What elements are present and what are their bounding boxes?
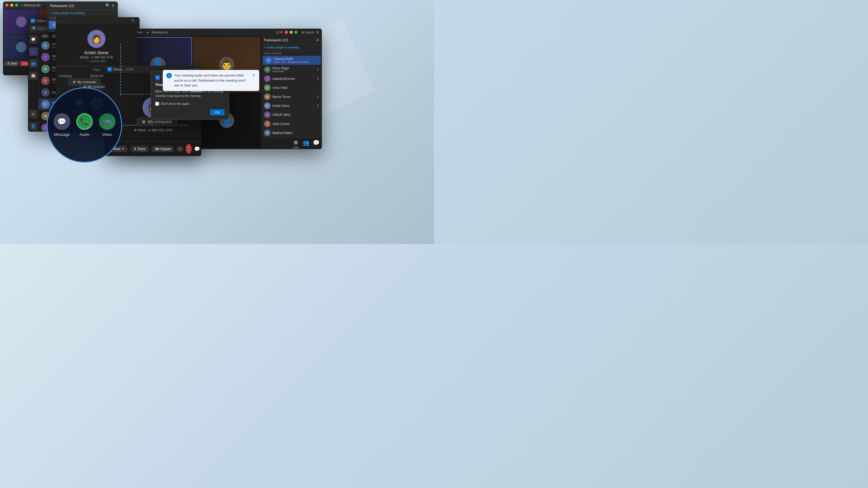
plus-icon-rp: + — [264, 46, 266, 49]
rp-avatar-great-wall: G — [264, 111, 271, 118]
circle-message-icon: 💬 — [54, 113, 70, 130]
time-active-call: 12:40 — [126, 68, 133, 71]
circle-audio-icon: 📞 — [76, 113, 93, 130]
circle-actions: 💬 Message 📞 Audio 📹 Video — [54, 113, 116, 137]
circle-message-btn[interactable]: 💬 Message — [54, 113, 70, 137]
toast-close-btn[interactable]: ✕ — [252, 73, 255, 78]
nav-avatar-icon[interactable]: 👤 — [29, 122, 38, 130]
rp-avatar-marise-r: M — [264, 93, 271, 100]
nav-contacts-icon[interactable]: 👥 — [29, 59, 38, 68]
rp-avatar-sofia-r: S — [264, 121, 271, 127]
maximize-btn-topleft[interactable] — [15, 4, 18, 7]
search-icon-call: 🔍 — [32, 27, 36, 30]
rp-invite-btn[interactable]: + Invite people to meeting — [261, 44, 322, 51]
right-participants-panel: Participants (12) ✕ + Invite people to m… — [261, 36, 322, 149]
close-icon-panel[interactable]: ✕ — [111, 3, 115, 8]
person-silhouette-1 — [16, 17, 27, 27]
nav-messages-icon[interactable]: 💬 — [29, 35, 38, 44]
dialog-ok-button[interactable]: OK — [210, 109, 224, 116]
dashed-line-v — [120, 44, 121, 95]
layout-label-right: ⊞ Layout — [302, 31, 314, 34]
dialog-webex-icon: W — [155, 75, 160, 80]
webex-logo-icon: W — [30, 19, 35, 23]
invite-people-button[interactable]: + Invite people to meeting — [47, 10, 118, 16]
webex-label: Webex — [36, 19, 46, 23]
rp-person-marise: M Marise Torres 🎙 — [261, 92, 322, 101]
participants-count: Participants (12) — [50, 4, 74, 7]
mic-icon-topleft: 🎙 — [7, 62, 10, 65]
nav-settings-icon[interactable]: ⚙ — [29, 110, 38, 119]
computer-icon-floating: 🖥 — [142, 119, 146, 124]
computer-icon-circle: 🖥 — [72, 80, 76, 84]
participants-panel-header: Participants (12) 🔍 ✕ — [47, 1, 118, 10]
filter-all[interactable]: All — [41, 34, 49, 38]
rp-avatar-umar: U — [264, 84, 271, 91]
rp-avatar-isabella-r: I — [264, 75, 271, 82]
mic-icon-kristin-r: 🎙 — [316, 104, 319, 107]
rp-avatar-kristin-r: K — [264, 102, 271, 109]
plus-icon-invite: + — [50, 11, 51, 15]
share-active-btn[interactable]: ⬆ Share — [130, 146, 149, 152]
rp-header: Participants (12) ✕ — [261, 36, 322, 44]
circle-audio-btn[interactable]: 📞 Audio — [76, 113, 93, 137]
circle-menu: 🖥 My computer 💬 Message 📞 Audio 📹 Video — [47, 87, 122, 163]
apps-button-right[interactable]: ⊞ Apps — [293, 139, 299, 149]
caller-verified: ✓ Verified caller — [87, 60, 106, 63]
dont-show-checkbox[interactable] — [155, 102, 159, 106]
circle-video-btn[interactable]: 📹 Video — [99, 113, 116, 137]
dialog-checkbox[interactable]: Don't show this again. — [155, 102, 224, 106]
nav-meetings-icon[interactable]: 📅 — [29, 71, 38, 80]
nav-calls-icon[interactable]: 📞 — [29, 47, 38, 56]
toast-info-icon: ℹ — [166, 73, 172, 78]
time-right: 12:40 — [276, 31, 283, 34]
avatar-austen1: A — [41, 65, 50, 73]
max-btn-right[interactable] — [294, 31, 298, 34]
minimize-btn-topleft[interactable] — [10, 4, 13, 7]
rp-bottom-row: ⊞ Apps 👥 💬 — [261, 137, 322, 149]
min-btn-right[interactable] — [290, 31, 293, 34]
search-icon-panel[interactable]: 🔍 — [105, 3, 110, 8]
left-nav: 💬 📞 👥 📅 ⚙ 👤 — [28, 33, 39, 132]
end-call-btn[interactable]: 📵 — [186, 144, 192, 154]
keypad-icon-active: ⌨ — [155, 147, 159, 151]
more-active-btn[interactable]: — — [177, 146, 183, 152]
caller-section: 👩 Kristin Stone Mobile: +1 888 555 4756 … — [56, 24, 137, 66]
rp-person-henry: H Henry Riggs Presenter 🎙 — [261, 65, 322, 74]
rp-avatar-henry: H — [264, 66, 271, 73]
rp-close-icon[interactable]: ✕ — [316, 38, 319, 42]
panel-header-actions: 🔍 ✕ — [105, 3, 115, 8]
avatar-darren: D — [41, 76, 50, 85]
caller-phone: Mobile: +1 888 555 4756 — [80, 56, 113, 59]
right-meeting-titlebar: W Webex ● Meeting info 12:40 ⊞ Layout ✕ — [123, 29, 322, 36]
webex-logo-area: W Webex — [30, 19, 46, 23]
keypad-active-btn[interactable]: ⌨ Keypad — [151, 146, 174, 152]
rp-person-kristin-r: K Kristin Stone 🎙 — [261, 101, 322, 110]
call-detail-titlebar: ← → ✕ — [56, 17, 137, 24]
rp-title: Participants (12) — [264, 38, 288, 42]
webex-logo-active-call: W — [107, 67, 112, 72]
rp-person-umar: U Umar Patel — [261, 83, 322, 92]
close-btn-right[interactable] — [285, 31, 288, 34]
people-icon-right[interactable]: 👥 — [303, 139, 309, 149]
chat-active-icon[interactable]: 💬 — [194, 146, 200, 152]
rp-in-meeting-label: In the meeting — [261, 51, 322, 56]
chat-icon-right[interactable]: 💬 — [313, 139, 319, 149]
avatar-henry: H — [50, 31, 56, 32]
close-right-meeting[interactable]: ✕ — [316, 30, 319, 35]
share-icon-active: ⬆ — [134, 147, 136, 151]
caller-name: Kristin Stone — [84, 50, 108, 55]
close-btn-topleft[interactable] — [5, 4, 8, 7]
mute-button-topleft[interactable]: 🎙 Mute — [5, 61, 19, 66]
notification-toast: ℹ Your meeting audio and video are pause… — [163, 70, 259, 91]
meeting-info-title-right: Meeting info — [152, 31, 168, 34]
circle-video-icon: 📹 — [99, 113, 116, 130]
caller-avatar-large: 👩 — [87, 30, 105, 48]
notification-text: Your meeting audio and video are paused … — [174, 73, 250, 88]
active-caller-phone: ⚙ Work: +1 888 555 1234 — [134, 128, 173, 132]
close-detail[interactable]: ✕ — [131, 18, 135, 23]
rp-avatar-clarissa: C — [265, 57, 272, 64]
dialog-ok-area: OK — [155, 109, 224, 116]
mic-icon-isabella: 🎙 — [316, 77, 319, 80]
webex-label-active-call: Webex — [113, 68, 123, 71]
circle-bg: 🖥 My computer 💬 Message 📞 Audio 📹 Video — [47, 87, 122, 163]
